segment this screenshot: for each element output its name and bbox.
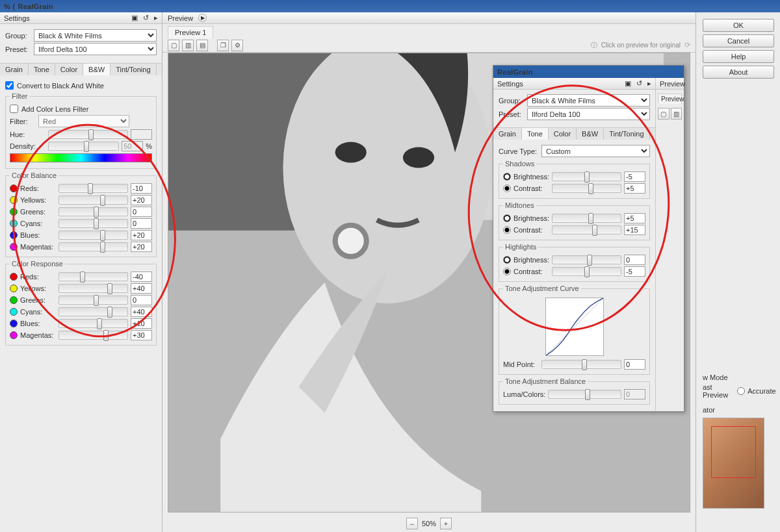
- save-icon[interactable]: ▣: [131, 14, 138, 22]
- midtones-brightness-slider[interactable]: [552, 214, 621, 223]
- info-icon: ⓘ: [591, 41, 597, 50]
- midpoint-value[interactable]: [624, 359, 645, 370]
- fast-label-fragment: ast Preview: [703, 383, 728, 399]
- bal-blues-value[interactable]: [131, 230, 152, 240]
- play-icon[interactable]: ▶: [198, 14, 207, 22]
- res-reds-slider[interactable]: [58, 272, 128, 281]
- bal-greens-value[interactable]: [131, 207, 152, 217]
- float-tab-bw[interactable]: B&W: [577, 128, 604, 140]
- filter-legend: Filter: [10, 92, 29, 100]
- tab-grain[interactable]: Grain: [0, 64, 29, 75]
- res-reds-label: Reds:: [20, 273, 56, 281]
- res-yellows-value[interactable]: [131, 283, 152, 294]
- float-tab-color[interactable]: Color: [549, 128, 577, 140]
- add-filter-checkbox[interactable]: [10, 105, 18, 113]
- bal-blues-slider[interactable]: [58, 231, 128, 240]
- tone-curve-display[interactable]: [545, 298, 604, 356]
- float-title: RealGrain: [497, 68, 533, 76]
- bal-magentas-slider[interactable]: [58, 242, 128, 251]
- midpoint-slider[interactable]: [541, 360, 621, 369]
- float-view-button-2[interactable]: ▥: [671, 108, 682, 120]
- res-greens-slider[interactable]: [58, 296, 128, 305]
- help-button[interactable]: Help: [703, 50, 774, 63]
- shadows-contrast-label: Contrast:: [514, 184, 549, 192]
- convert-checkbox-row[interactable]: Convert to Black And White: [5, 81, 157, 90]
- about-button[interactable]: About: [703, 66, 774, 79]
- midpoint-label: Mid Point:: [503, 361, 539, 368]
- shadows-contrast-slider[interactable]: [552, 184, 621, 193]
- view-split-h-button[interactable]: ▥: [182, 40, 194, 51]
- reset-icon[interactable]: ↺: [143, 14, 149, 22]
- density-slider: [48, 142, 119, 151]
- shadows-contrast-value[interactable]: [624, 183, 645, 194]
- bal-cyans-slider[interactable]: [58, 219, 128, 228]
- preview-tab[interactable]: Preview 1: [168, 26, 213, 38]
- convert-checkbox[interactable]: [5, 81, 14, 90]
- cancel-button[interactable]: Cancel: [703, 34, 774, 47]
- settings-button[interactable]: ⚙: [231, 40, 243, 51]
- float-tab-tone[interactable]: Tone: [522, 128, 549, 140]
- res-yellows-label: Yellows:: [20, 285, 56, 292]
- save-icon[interactable]: ▣: [625, 79, 631, 88]
- midtones-contrast-value[interactable]: [624, 225, 645, 235]
- view-single-button[interactable]: ▢: [168, 40, 179, 51]
- res-greens-label: Greens:: [20, 296, 56, 304]
- float-tab-grain[interactable]: Grain: [493, 128, 522, 140]
- fast-preview-radio[interactable]: ast Preview Accurate: [703, 383, 774, 399]
- menu-icon[interactable]: ▸: [154, 14, 158, 22]
- res-blues-slider[interactable]: [58, 319, 128, 328]
- shadows-brightness-slider[interactable]: [552, 172, 621, 181]
- res-magentas-slider[interactable]: [58, 331, 128, 340]
- bal-reds-value[interactable]: [131, 183, 152, 194]
- res-cyans-value[interactable]: [131, 307, 152, 317]
- shadows-brightness-value[interactable]: [624, 171, 645, 182]
- res-yellows-slider[interactable]: [58, 284, 128, 293]
- reset-icon[interactable]: ↺: [636, 79, 642, 88]
- midtones-brightness-value[interactable]: [624, 213, 645, 223]
- res-reds-value[interactable]: [131, 272, 152, 282]
- add-filter-row[interactable]: Add Color Lens Filter: [10, 105, 152, 113]
- cyan-dot-icon: [10, 220, 18, 227]
- res-cyans-slider[interactable]: [58, 307, 128, 316]
- bal-cyans-value[interactable]: [131, 218, 152, 229]
- view-split-v-button[interactable]: ▤: [196, 40, 208, 51]
- res-greens-value[interactable]: [131, 295, 152, 305]
- bal-greens-slider[interactable]: [58, 207, 128, 216]
- float-tab-tint[interactable]: Tint/Toning: [604, 128, 649, 140]
- float-preset-select[interactable]: Ilford Delta 100: [527, 108, 650, 120]
- curve-type-select[interactable]: Custom: [541, 145, 650, 157]
- tab-bw[interactable]: B&W: [83, 64, 110, 75]
- group-select[interactable]: Black & White Films: [34, 29, 157, 42]
- bal-yellows-slider[interactable]: [58, 196, 128, 205]
- highlights-brightness-slider[interactable]: [552, 255, 621, 264]
- navigator-thumbnail[interactable]: [703, 418, 764, 509]
- preview-toolbar: ▢ ▥ ▤ ❐ ⚙ ⓘ Click on preview for origina…: [162, 38, 696, 53]
- accurate-radio[interactable]: [737, 387, 745, 395]
- float-preview-tab[interactable]: Preview: [658, 94, 682, 104]
- res-magentas-value[interactable]: [131, 330, 152, 340]
- ok-button[interactable]: OK: [703, 19, 774, 32]
- highlights-contrast-slider[interactable]: [552, 267, 621, 276]
- bal-reds-slider[interactable]: [58, 184, 128, 193]
- preset-select[interactable]: Ilford Delta 100: [34, 43, 157, 55]
- tone-balance-fieldset: Tone Adjustment Balance Luma/Colors:: [499, 377, 650, 405]
- menu-icon[interactable]: ▸: [647, 79, 651, 88]
- tab-tint[interactable]: Tint/Toning: [110, 64, 156, 75]
- zoom-in-button[interactable]: +: [440, 518, 452, 529]
- highlights-contrast-value[interactable]: [624, 266, 645, 277]
- copy-button[interactable]: ❐: [217, 40, 229, 51]
- green-dot-icon: [10, 208, 18, 216]
- midtones-contrast-slider[interactable]: [552, 225, 621, 234]
- zoom-out-button[interactable]: –: [406, 518, 418, 529]
- bal-magentas-value[interactable]: [131, 242, 152, 252]
- bal-yellows-value[interactable]: [131, 195, 152, 205]
- tab-color[interactable]: Color: [55, 64, 83, 75]
- float-titlebar[interactable]: RealGrain: [493, 66, 684, 78]
- res-blues-value[interactable]: [131, 318, 152, 329]
- tab-tone[interactable]: Tone: [29, 64, 55, 75]
- float-view-button-1[interactable]: ▢: [658, 108, 670, 120]
- highlights-brightness-value[interactable]: [624, 255, 645, 265]
- float-group-select[interactable]: Black & White Films: [527, 94, 650, 107]
- navigator-viewport-rect[interactable]: [711, 426, 756, 478]
- filter-fieldset: Filter Add Color Lens Filter Filter: Red…: [5, 92, 157, 169]
